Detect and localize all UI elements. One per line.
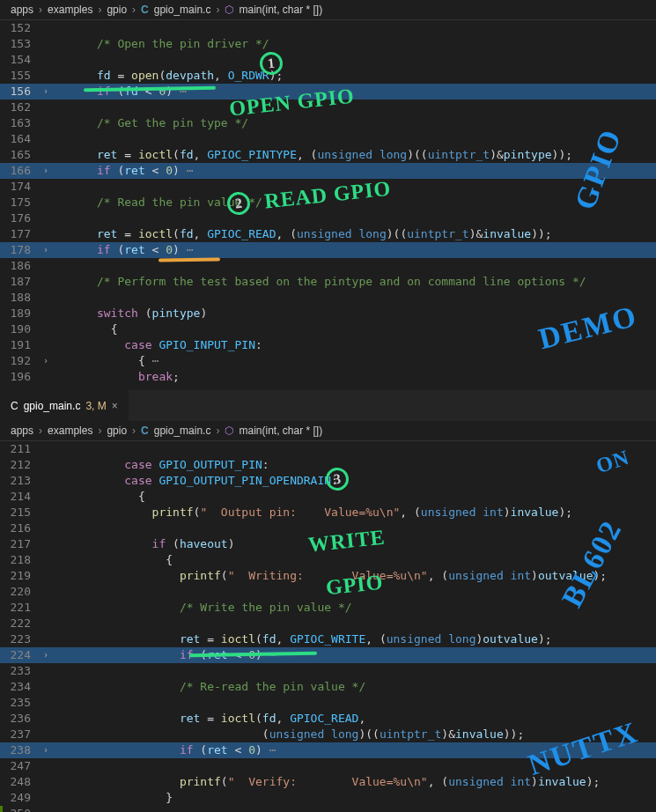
- code-line[interactable]: 249 }: [0, 790, 656, 806]
- code-line[interactable]: 214 {: [0, 489, 656, 505]
- code-line[interactable]: 162: [0, 100, 656, 115]
- code-content[interactable]: ret = ioctl(fd, GPIOC_WRITE, (unsigned l…: [52, 631, 656, 647]
- code-content[interactable]: switch (pintype): [52, 306, 656, 321]
- code-line[interactable]: 154: [0, 52, 656, 68]
- line-number[interactable]: 189: [0, 306, 40, 321]
- fold-chevron-icon[interactable]: [40, 274, 52, 290]
- fold-chevron-icon[interactable]: [40, 115, 52, 131]
- code-content[interactable]: if (ret < 0) ⋯: [52, 647, 656, 663]
- code-line[interactable]: 164: [0, 131, 656, 147]
- fold-chevron-icon[interactable]: ›: [40, 742, 52, 758]
- fold-chevron-icon[interactable]: [40, 36, 52, 52]
- line-number[interactable]: 186: [0, 258, 40, 274]
- code-line[interactable]: 221 /* Write the pin value */: [0, 600, 656, 616]
- fold-chevron-icon[interactable]: [40, 131, 52, 147]
- fold-chevron-icon[interactable]: [40, 806, 52, 812]
- code-content[interactable]: [52, 52, 656, 68]
- code-content[interactable]: [52, 290, 656, 306]
- code-line[interactable]: 215 printf(" Output pin: Value=%u\n", (u…: [0, 505, 656, 520]
- line-number[interactable]: 218: [0, 552, 40, 568]
- code-line[interactable]: 165 ret = ioctl(fd, GPIOC_PINTYPE, (unsi…: [0, 147, 656, 163]
- editor-pane-bottom[interactable]: 211 212 case GPIO_OUTPUT_PIN:213 case GP…: [0, 441, 656, 812]
- code-line[interactable]: 191 case GPIO_INPUT_PIN:: [0, 337, 656, 353]
- line-number[interactable]: 212: [0, 457, 40, 473]
- code-content[interactable]: if (ret < 0) ⋯: [52, 163, 656, 179]
- line-number[interactable]: 192: [0, 353, 40, 369]
- line-number[interactable]: 152: [0, 20, 40, 36]
- code-content[interactable]: [52, 20, 656, 36]
- code-line[interactable]: 235: [0, 695, 656, 711]
- code-content[interactable]: {: [52, 321, 656, 337]
- line-number[interactable]: 174: [0, 179, 40, 195]
- line-number[interactable]: 236: [0, 711, 40, 727]
- crumb-file[interactable]: gpio_main.c: [154, 4, 211, 16]
- code-line[interactable]: 236 ret = ioctl(fd, GPIOC_READ,: [0, 711, 656, 727]
- code-line[interactable]: 213 case GPIO_OUTPUT_PIN_OPENDRAIN:: [0, 473, 656, 489]
- code-content[interactable]: [52, 100, 656, 115]
- line-number[interactable]: 177: [0, 226, 40, 242]
- code-content[interactable]: { ⋯: [52, 353, 656, 369]
- fold-chevron-icon[interactable]: [40, 321, 52, 337]
- editor-pane-top[interactable]: 152 153 /* Open the pin driver */154 155…: [0, 20, 656, 390]
- line-number[interactable]: 221: [0, 600, 40, 616]
- line-number[interactable]: 216: [0, 520, 40, 536]
- code-content[interactable]: /* Open the pin driver */: [52, 36, 656, 52]
- code-line[interactable]: 247: [0, 758, 656, 774]
- line-number[interactable]: 196: [0, 369, 40, 385]
- code-content[interactable]: [52, 584, 656, 600]
- code-content[interactable]: if (ret < 0) ⋯: [52, 242, 656, 258]
- code-line[interactable]: 187 /* Perform the test based on the pin…: [0, 274, 656, 290]
- crumb-file[interactable]: gpio_main.c: [154, 424, 211, 437]
- crumb-apps[interactable]: apps: [11, 4, 33, 16]
- code-content[interactable]: case GPIO_OUTPUT_PIN_OPENDRAIN:: [52, 473, 656, 489]
- code-line[interactable]: 153 /* Open the pin driver */: [0, 36, 656, 52]
- line-number[interactable]: 234: [0, 679, 40, 695]
- code-content[interactable]: [52, 758, 656, 774]
- line-number[interactable]: 214: [0, 489, 40, 505]
- fold-chevron-icon[interactable]: ›: [40, 353, 52, 369]
- line-number[interactable]: 223: [0, 631, 40, 647]
- fold-chevron-icon[interactable]: [40, 790, 52, 806]
- code-content[interactable]: if (ret < 0) ⋯: [52, 742, 656, 758]
- code-line[interactable]: 224› if (ret < 0) ⋯: [0, 647, 656, 663]
- code-line[interactable]: 152: [0, 20, 656, 36]
- line-number[interactable]: 213: [0, 473, 40, 489]
- line-number[interactable]: 164: [0, 131, 40, 147]
- code-content[interactable]: case GPIO_OUTPUT_PIN:: [52, 457, 656, 473]
- tab-close-icon[interactable]: ×: [112, 400, 118, 412]
- fold-chevron-icon[interactable]: [40, 616, 52, 631]
- code-line[interactable]: 218 {: [0, 552, 656, 568]
- code-content[interactable]: if (fd < 0) ⋯: [52, 84, 656, 100]
- fold-chevron-icon[interactable]: [40, 695, 52, 711]
- crumb-gpio[interactable]: gpio: [107, 4, 127, 16]
- code-line[interactable]: 186: [0, 258, 656, 274]
- code-line[interactable]: 175 /* Read the pin value */: [0, 195, 656, 210]
- code-content[interactable]: if (haveout): [52, 536, 656, 552]
- code-content[interactable]: /* Read the pin value */: [52, 195, 656, 210]
- line-number[interactable]: 178: [0, 242, 40, 258]
- line-number[interactable]: 217: [0, 536, 40, 552]
- line-number[interactable]: 219: [0, 568, 40, 584]
- code-content[interactable]: case GPIO_INPUT_PIN:: [52, 337, 656, 353]
- crumb-examples[interactable]: examples: [48, 424, 92, 437]
- fold-chevron-icon[interactable]: [40, 52, 52, 68]
- line-number[interactable]: 154: [0, 52, 40, 68]
- code-content[interactable]: [52, 520, 656, 536]
- code-line[interactable]: 163 /* Get the pin type */: [0, 115, 656, 131]
- tab-gpio-main[interactable]: C gpio_main.c 3, M ×: [0, 390, 129, 421]
- breadcrumb-top[interactable]: apps › examples › gpio › C gpio_main.c ›…: [0, 0, 656, 20]
- fold-chevron-icon[interactable]: ›: [40, 647, 52, 663]
- fold-chevron-icon[interactable]: [40, 679, 52, 695]
- fold-chevron-icon[interactable]: [40, 179, 52, 195]
- code-content[interactable]: fd = open(devpath, O_RDWR);: [52, 68, 656, 84]
- code-content[interactable]: {: [52, 552, 656, 568]
- fold-chevron-icon[interactable]: [40, 457, 52, 473]
- code-line[interactable]: 238› if (ret < 0) ⋯: [0, 742, 656, 758]
- fold-chevron-icon[interactable]: [40, 711, 52, 727]
- line-number[interactable]: 222: [0, 616, 40, 631]
- code-content[interactable]: [52, 210, 656, 226]
- fold-chevron-icon[interactable]: [40, 758, 52, 774]
- line-number[interactable]: 153: [0, 36, 40, 52]
- fold-chevron-icon[interactable]: ›: [40, 163, 52, 179]
- fold-chevron-icon[interactable]: [40, 258, 52, 274]
